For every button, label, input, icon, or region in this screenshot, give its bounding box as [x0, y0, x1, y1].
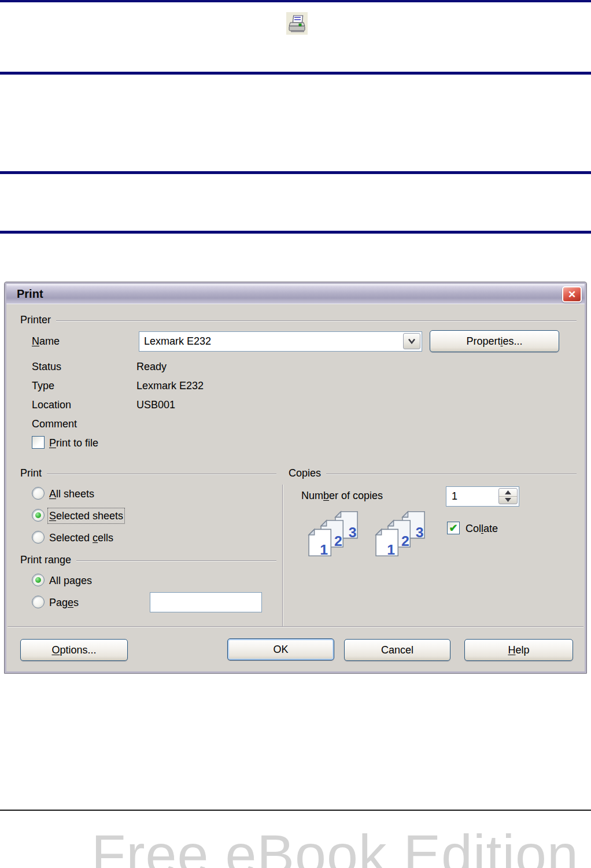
number-of-copies-label: Number of copies: [301, 489, 383, 502]
section-divider: [282, 485, 283, 627]
printer-name-value: Lexmark E232: [144, 335, 211, 348]
print-to-file-checkbox[interactable]: [32, 436, 45, 449]
svg-text:1: 1: [387, 542, 395, 557]
copies-value: 1: [452, 490, 457, 503]
copies-group-header: Copies: [289, 467, 577, 479]
page-rule-top: [0, 0, 591, 2]
footer-rule: [0, 810, 591, 811]
type-label: Type: [32, 379, 54, 392]
status-label: Status: [32, 360, 61, 373]
svg-text:3: 3: [416, 525, 424, 540]
selected-cells-label[interactable]: Selected cells: [49, 531, 113, 544]
print-group-header: Print: [20, 467, 276, 479]
collate-pages-icon: 123: [373, 509, 430, 558]
printer-name-dropdown-button[interactable]: [403, 333, 420, 349]
free-ebook-watermark: Free eBook Edition: [91, 822, 589, 868]
collate-label[interactable]: Collate: [466, 522, 498, 535]
collate-pages-icon: 123: [306, 509, 363, 558]
page-rule-3: [0, 171, 591, 174]
dialog-titlebar[interactable]: Print: [6, 284, 585, 304]
svg-text:3: 3: [349, 525, 357, 540]
button-row-separator: [8, 626, 583, 627]
print-range-group-header: Print range: [20, 554, 276, 566]
selected-cells-radio[interactable]: [32, 531, 45, 544]
spin-up-button[interactable]: [499, 489, 517, 496]
spin-down-button[interactable]: [499, 496, 517, 504]
printer-icon: [289, 14, 306, 33]
svg-text:2: 2: [401, 533, 409, 549]
all-sheets-radio[interactable]: [32, 487, 45, 500]
printer-group-label: Printer: [20, 314, 56, 326]
cancel-button[interactable]: Cancel: [344, 639, 450, 661]
svg-text:2: 2: [334, 533, 342, 549]
printer-name-combobox[interactable]: Lexmark E232: [139, 331, 422, 352]
printer-name-label: Name: [32, 335, 60, 348]
ok-button[interactable]: OK: [227, 638, 334, 660]
chevron-down-icon: [408, 338, 416, 344]
status-value: Ready: [136, 360, 167, 373]
all-pages-label[interactable]: All pages: [49, 574, 92, 587]
print-range-group-label: Print range: [20, 554, 76, 566]
options-button[interactable]: Options...: [20, 639, 128, 661]
print-to-file-label[interactable]: Print to file: [49, 437, 98, 449]
selected-sheets-label[interactable]: Selected sheets: [49, 509, 123, 522]
location-value: USB001: [136, 398, 175, 411]
close-button[interactable]: ✕: [562, 286, 582, 302]
close-icon: ✕: [568, 289, 576, 301]
page-rule-4: [0, 231, 591, 234]
collate-checkbox[interactable]: ✔: [447, 522, 460, 534]
properties-button[interactable]: Properties...: [430, 330, 559, 352]
pages-input[interactable]: [150, 592, 262, 612]
svg-text:1: 1: [320, 542, 328, 557]
pages-radio[interactable]: [32, 596, 45, 608]
pages-label[interactable]: Pages: [49, 596, 79, 609]
help-button[interactable]: Help: [464, 639, 573, 661]
print-file-directly-button[interactable]: [286, 12, 308, 35]
page-rule-2: [0, 72, 591, 75]
print-dialog: Print ✕ Printer Name Lexmark E232 Proper…: [5, 282, 586, 673]
copies-group-label: Copies: [289, 467, 326, 479]
location-label: Location: [32, 398, 71, 411]
selected-sheets-radio[interactable]: [32, 509, 45, 522]
type-value: Lexmark E232: [136, 379, 204, 392]
copies-spinner: [498, 488, 518, 504]
printer-group-header: Printer: [20, 314, 577, 326]
number-of-copies-spinbox[interactable]: 1: [446, 486, 519, 507]
print-group-label: Print: [20, 467, 47, 479]
all-sheets-label[interactable]: All sheets: [49, 487, 94, 500]
document-page: Print ✕ Printer Name Lexmark E232 Proper…: [0, 0, 591, 868]
spin-up-icon: [505, 490, 511, 494]
dialog-title: Print: [6, 287, 43, 301]
comment-label: Comment: [32, 418, 77, 430]
check-icon: ✔: [449, 523, 457, 533]
all-pages-radio[interactable]: [32, 574, 45, 586]
spin-down-icon: [505, 498, 511, 502]
